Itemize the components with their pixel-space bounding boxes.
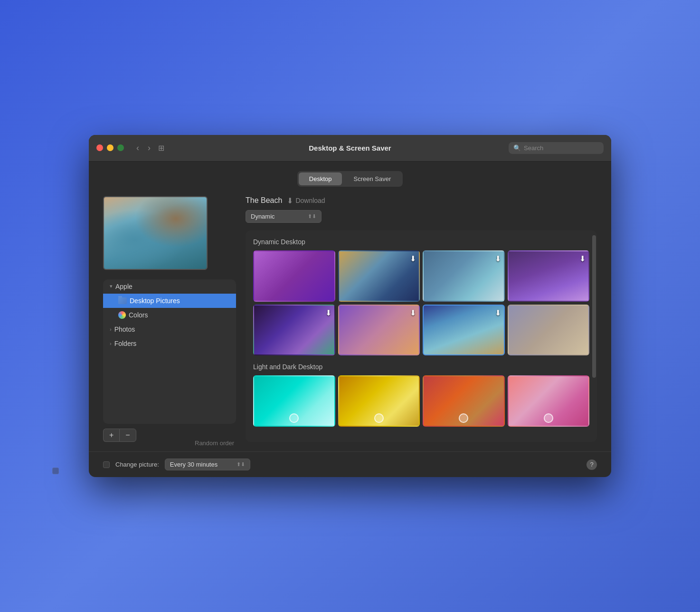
sidebar-item-label: Folders — [114, 340, 137, 347]
change-picture-label: Change picture: — [115, 461, 159, 468]
chevron-updown-icon: ⬆⬇ — [308, 213, 316, 220]
toggle-icon — [289, 413, 299, 423]
gallery-grid-lightdark — [253, 375, 589, 427]
download-overlay-icon: ⬇ — [495, 308, 501, 317]
minimize-button[interactable] — [107, 144, 114, 151]
maximize-button[interactable] — [117, 144, 124, 151]
gallery-thumb[interactable] — [423, 375, 505, 427]
scrollbar[interactable] — [592, 235, 596, 378]
download-overlay-icon: ⬇ — [325, 308, 331, 317]
chevron-down-icon: ▾ — [110, 283, 113, 289]
remove-button[interactable]: − — [119, 429, 136, 442]
interval-label: Every 30 minutes — [170, 461, 218, 468]
gallery-section-title-lightdark: Light and Dark Desktop — [253, 363, 589, 371]
toggle-icon — [374, 413, 384, 423]
gallery-thumb[interactable] — [253, 250, 335, 302]
tab-desktop[interactable]: Desktop — [299, 172, 342, 185]
download-icon: ⬇ — [287, 196, 293, 205]
sidebar-item-colors[interactable]: Colors — [103, 308, 236, 322]
wallpaper-title-row: The Beach ⬇ Download — [246, 196, 597, 205]
download-button[interactable]: ⬇ Download — [287, 196, 325, 205]
gallery-thumb[interactable]: ⬇ — [508, 250, 590, 302]
bottom-bar: Change picture: Every 30 minutes ⬆⬇ Rand… — [89, 451, 611, 477]
close-button[interactable] — [96, 144, 103, 151]
search-box[interactable]: 🔍 — [509, 142, 604, 154]
gallery-thumb[interactable]: ⬇ — [423, 250, 505, 302]
grid-icon[interactable]: ⊞ — [158, 143, 164, 153]
mode-label: Dynamic — [251, 213, 275, 220]
gallery-thumb[interactable]: ⬇ — [253, 305, 335, 356]
gallery-grid-dynamic: ⬇ ⬇ ⬇ ⬇ ⬇ — [253, 250, 589, 356]
back-button[interactable]: ‹ — [133, 142, 142, 154]
sidebar-item-folders[interactable]: › Folders — [103, 336, 236, 351]
gallery-section-light-dark: Light and Dark Desktop — [253, 363, 589, 427]
search-input[interactable] — [524, 144, 599, 152]
tabs-row: Desktop Screen Saver — [103, 171, 597, 187]
preview-section — [103, 196, 236, 270]
sidebar-item-photos[interactable]: › Photos — [103, 322, 236, 336]
gallery-thumb[interactable] — [338, 375, 420, 427]
download-overlay-icon: ⬇ — [410, 254, 416, 263]
chevron-updown-icon: ⬆⬇ — [236, 461, 245, 468]
toggle-icon — [544, 413, 553, 423]
preview-inner — [104, 197, 207, 269]
gallery-area[interactable]: Dynamic Desktop ⬇ ⬇ ⬇ — [246, 230, 597, 442]
forward-button[interactable]: › — [145, 142, 153, 154]
download-overlay-icon: ⬇ — [495, 254, 501, 263]
right-panel: The Beach ⬇ Download Dynamic ⬆⬇ — [236, 196, 597, 442]
content-area: Desktop Screen Saver ▾ Apple — [89, 162, 611, 451]
download-overlay-icon: ⬇ — [579, 254, 586, 263]
download-label: Download — [295, 197, 325, 204]
tab-screen-saver[interactable]: Screen Saver — [343, 172, 401, 185]
gallery-section-title-dynamic: Dynamic Desktop — [253, 238, 589, 246]
preview-image — [103, 196, 208, 270]
traffic-lights — [96, 144, 124, 151]
gallery-thumb[interactable] — [253, 375, 335, 427]
gallery-thumb[interactable] — [508, 375, 590, 427]
chevron-right-icon: › — [110, 326, 112, 332]
gallery-thumb[interactable]: ⬇ — [338, 305, 420, 356]
preview-info: The Beach ⬇ Download Dynamic ⬆⬇ — [236, 196, 597, 230]
colors-icon — [118, 311, 126, 319]
wallpaper-name: The Beach — [246, 196, 282, 205]
interval-dropdown[interactable]: Every 30 minutes ⬆⬇ — [165, 459, 250, 470]
add-button[interactable]: + — [103, 429, 119, 442]
main-window: ‹ › ⊞ Desktop & Screen Saver 🔍 Desktop S… — [89, 135, 611, 477]
sidebar-item-apple[interactable]: ▾ Apple — [103, 279, 236, 294]
title-bar: ‹ › ⊞ Desktop & Screen Saver 🔍 — [89, 135, 611, 162]
change-picture-checkbox[interactable] — [103, 461, 110, 468]
search-icon: 🔍 — [513, 144, 521, 152]
random-order-label: Random order — [195, 440, 234, 447]
download-overlay-icon: ⬇ — [410, 308, 416, 317]
folder-icon — [118, 297, 127, 304]
chevron-right-icon: › — [110, 341, 112, 346]
sidebar-list: ▾ Apple Desktop Pictures Colors › Photos — [103, 279, 236, 424]
sidebar-item-label: Apple — [115, 283, 132, 290]
gallery-section-dynamic: Dynamic Desktop ⬇ ⬇ ⬇ — [253, 238, 589, 356]
gallery-thumb[interactable] — [508, 305, 590, 356]
sidebar: ▾ Apple Desktop Pictures Colors › Photos — [103, 196, 236, 442]
gallery-thumb[interactable]: ⬇ — [338, 250, 420, 302]
gallery-thumb[interactable]: ⬇ — [423, 305, 505, 356]
sidebar-item-label: Desktop Pictures — [130, 297, 180, 305]
window-title: Desktop & Screen Saver — [309, 144, 391, 152]
sidebar-item-label: Colors — [129, 311, 148, 319]
sidebar-item-desktop-pictures[interactable]: Desktop Pictures — [103, 294, 236, 308]
mode-dropdown[interactable]: Dynamic ⬆⬇ — [246, 210, 322, 223]
nav-buttons: ‹ › — [133, 142, 153, 154]
sidebar-item-label: Photos — [114, 325, 135, 333]
help-button[interactable]: ? — [586, 459, 597, 470]
toggle-icon — [459, 413, 468, 423]
main-area: ▾ Apple Desktop Pictures Colors › Photos — [103, 196, 597, 442]
tab-group: Desktop Screen Saver — [297, 171, 403, 187]
